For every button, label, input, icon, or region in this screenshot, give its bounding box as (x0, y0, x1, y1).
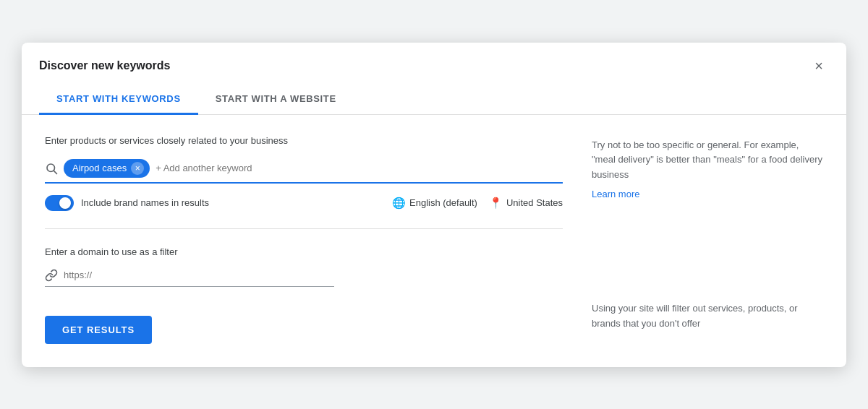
location-selector[interactable]: 📍 United States (489, 197, 563, 210)
action-row: GET RESULTS (45, 316, 563, 350)
keyword-input-area: Airpod cases × (45, 155, 563, 184)
search-icon (45, 162, 58, 175)
toggle-slider (45, 195, 74, 211)
modal-title: Discover new keywords (39, 59, 170, 72)
get-results-button[interactable]: GET RESULTS (45, 316, 152, 344)
svg-line-1 (54, 171, 56, 173)
close-button[interactable]: × (809, 56, 829, 76)
link-icon (45, 269, 58, 282)
add-keyword-input[interactable] (156, 163, 563, 173)
domain-input-area (45, 264, 334, 287)
keyword-hint-text: Try not to be too specific or general. F… (592, 138, 823, 183)
domain-hint-area: Using your site will filter out services… (592, 301, 823, 332)
domain-section: Enter a domain to use as a filter (45, 246, 563, 287)
domain-hint-text: Using your site will filter out services… (592, 301, 823, 332)
tab-keywords[interactable]: START WITH KEYWORDS (39, 85, 198, 115)
pin-icon: 📍 (489, 197, 503, 210)
section1-label: Enter products or services closely relat… (45, 135, 563, 146)
main-content: Enter products or services closely relat… (45, 135, 823, 350)
modal-header: Discover new keywords × (22, 43, 846, 76)
tab-bar: START WITH KEYWORDS START WITH A WEBSITE (22, 85, 846, 115)
domain-input[interactable] (64, 270, 334, 280)
learn-more-link[interactable]: Learn more (592, 189, 639, 199)
chip-remove-button[interactable]: × (131, 162, 144, 175)
left-column: Enter products or services closely relat… (45, 135, 563, 350)
toggle-row: Include brand names in results 🌐 English… (45, 195, 563, 211)
section-divider (45, 228, 563, 229)
globe-icon: 🌐 (392, 197, 406, 210)
toggle-label: Include brand names in results (81, 197, 209, 208)
discover-keywords-modal: Discover new keywords × START WITH KEYWO… (22, 43, 846, 367)
right-column: Try not to be too specific or general. F… (592, 135, 823, 350)
locale-group: 🌐 English (default) 📍 United States (392, 197, 563, 210)
keyword-chip: Airpod cases × (64, 159, 150, 178)
modal-body: Enter products or services closely relat… (22, 115, 846, 367)
toggle-group: Include brand names in results (45, 195, 392, 211)
brand-names-toggle[interactable] (45, 195, 74, 211)
language-selector[interactable]: 🌐 English (default) (392, 197, 477, 210)
domain-section-label: Enter a domain to use as a filter (45, 246, 563, 257)
tab-website[interactable]: START WITH A WEBSITE (198, 85, 354, 115)
